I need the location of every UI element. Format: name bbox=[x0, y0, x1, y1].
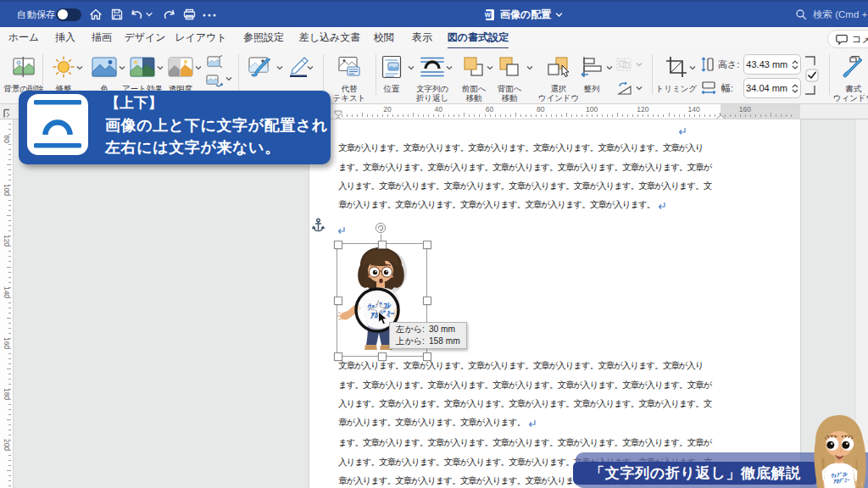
save-icon[interactable] bbox=[109, 7, 125, 22]
width-stepper[interactable] bbox=[789, 79, 800, 97]
change-picture-chevron-icon[interactable] bbox=[225, 76, 232, 81]
selection-handle[interactable] bbox=[334, 241, 342, 249]
ruler-tick bbox=[8, 302, 11, 303]
autosave-toggle[interactable] bbox=[56, 2, 81, 27]
more-icon[interactable] bbox=[202, 13, 217, 28]
bring-forward-chevron-icon[interactable] bbox=[487, 65, 493, 70]
ruler-tick bbox=[776, 114, 776, 117]
group-button[interactable] bbox=[615, 57, 632, 75]
color-chevron-icon[interactable] bbox=[119, 65, 125, 70]
align-chevron-icon[interactable] bbox=[606, 65, 613, 70]
bring-forward-button[interactable]: 前面へ 移動 bbox=[458, 52, 490, 103]
search-bar[interactable]: 検索 (Cmd + bbox=[795, 2, 867, 27]
crop-button[interactable]: トリミング bbox=[657, 52, 696, 93]
transparency-button[interactable]: 透明度 bbox=[166, 52, 195, 93]
wrap-text-button[interactable]: 文字列の 折り返し bbox=[414, 52, 451, 103]
text-run: ます。文章が入ります。文章が入ります。文章が入ります。文章が入ります。文章が入り… bbox=[338, 162, 711, 174]
ribbon-separator bbox=[652, 54, 653, 95]
selection-handle[interactable] bbox=[423, 297, 431, 305]
selection-handle[interactable] bbox=[334, 352, 342, 361]
rotate-button[interactable] bbox=[615, 80, 634, 99]
ruler-tick bbox=[372, 114, 373, 117]
align-button[interactable]: 整列 bbox=[578, 52, 605, 93]
selection-pane-button[interactable]: 選択 ウインドウ bbox=[536, 52, 581, 103]
ruler-tick bbox=[704, 114, 705, 117]
comment-button[interactable]: コメント bbox=[827, 30, 868, 48]
position-label: 位置 bbox=[384, 84, 400, 93]
position-button[interactable]: 位置 bbox=[379, 52, 404, 93]
group-chevron-icon[interactable] bbox=[636, 62, 643, 67]
crop-chevron-icon[interactable] bbox=[689, 65, 696, 70]
picture-styles-button[interactable] bbox=[247, 52, 275, 82]
selection-handle[interactable] bbox=[423, 352, 431, 361]
comment-icon bbox=[836, 34, 848, 45]
transparency-chevron-icon[interactable] bbox=[195, 65, 202, 70]
selection-handle[interactable] bbox=[378, 241, 387, 249]
ruler-tick bbox=[8, 379, 11, 380]
ruler-tick bbox=[7, 164, 11, 165]
alt-text-button[interactable]: 代替 テキスト bbox=[331, 52, 368, 103]
tab-描画[interactable]: 描画 bbox=[92, 27, 112, 47]
remove-background-button[interactable]: 背景の削除 bbox=[7, 52, 41, 93]
vertical-ruler[interactable]: 80100120140160180200 bbox=[0, 119, 14, 488]
picture-styles-chevron-icon[interactable] bbox=[276, 65, 283, 70]
picture-border-chevron-icon[interactable] bbox=[307, 65, 314, 70]
tab-参照設定[interactable]: 参照設定 bbox=[243, 27, 284, 47]
artistic-effects-icon bbox=[130, 52, 155, 82]
color-button[interactable]: 色 bbox=[90, 52, 119, 93]
height-stepper[interactable] bbox=[789, 55, 800, 74]
tab-挿入[interactable]: 挿入 bbox=[55, 27, 75, 47]
format-pane-button[interactable]: 書式 ウィンドウ bbox=[835, 52, 868, 103]
document-title[interactable]: 画像の配置 bbox=[500, 8, 551, 22]
corrections-chevron-icon[interactable] bbox=[76, 65, 83, 70]
selection-handle[interactable] bbox=[378, 352, 387, 361]
ruler-tick bbox=[433, 114, 434, 117]
width-input[interactable]: 34.04 mm bbox=[743, 78, 801, 98]
artistic-effects-chevron-icon[interactable] bbox=[157, 65, 164, 70]
tab-図の書式設定[interactable]: 図の書式設定 bbox=[448, 27, 509, 49]
paragraph-1[interactable]: 文章が入ります。文章が入ります。文章が入ります。文章が入ります。文章が入ります。… bbox=[338, 139, 711, 215]
ruler-tick bbox=[8, 348, 11, 349]
ruler-tick bbox=[689, 114, 690, 117]
ruler-tick bbox=[536, 114, 537, 117]
ruler-tick bbox=[423, 114, 424, 117]
compress-picture-button[interactable] bbox=[206, 55, 223, 72]
ruler-tick bbox=[357, 114, 358, 117]
send-backward-button[interactable]: 背面へ 移動 bbox=[493, 52, 526, 103]
paragraph-2[interactable]: 文章が入ります。文章が入ります。文章が入ります。文章が入ります。文章が入ります。… bbox=[338, 357, 711, 433]
aspect-lock-checkbox[interactable] bbox=[805, 69, 819, 86]
position-icon bbox=[381, 52, 402, 82]
corrections-button[interactable]: 修整 bbox=[49, 52, 78, 93]
tab-デザイン[interactable]: デザイン bbox=[124, 27, 165, 47]
wrap-text-chevron-icon[interactable] bbox=[446, 65, 453, 70]
undo-icon[interactable] bbox=[129, 7, 144, 22]
text-run: 入ります。文章が入ります。文章が入ります。文章が入ります。文章が入ります。文章が… bbox=[338, 398, 711, 410]
change-picture-button[interactable] bbox=[206, 74, 223, 91]
tab-校閲[interactable]: 校閲 bbox=[374, 27, 394, 47]
selection-handle[interactable] bbox=[334, 297, 342, 305]
send-backward-chevron-icon[interactable] bbox=[526, 65, 533, 70]
redo-icon[interactable] bbox=[161, 7, 176, 22]
ruler-tick bbox=[520, 114, 521, 117]
search-icon bbox=[795, 8, 807, 20]
position-tooltip: 左から:30 mm 上から:158 mm bbox=[389, 322, 467, 349]
mouse-cursor-icon bbox=[377, 311, 388, 329]
ruler-tick bbox=[587, 114, 587, 117]
height-input[interactable]: 43.43 mm bbox=[743, 54, 801, 75]
rotate-chevron-icon[interactable] bbox=[636, 86, 643, 91]
ruler-tick bbox=[413, 113, 414, 117]
selection-handle[interactable] bbox=[423, 241, 431, 249]
tab-差し込み文書[interactable]: 差し込み文書 bbox=[299, 27, 361, 47]
tab-ホーム[interactable]: ホーム bbox=[8, 27, 40, 47]
tab-レイアウト[interactable]: レイアウト bbox=[175, 27, 226, 47]
home-icon[interactable] bbox=[88, 7, 103, 22]
title-chevron-icon[interactable] bbox=[555, 12, 563, 18]
print-icon[interactable] bbox=[181, 7, 197, 22]
tutorial-callout: 【上下】 画像の上と下に文字が配置され 左右には文字が来ない。 bbox=[19, 91, 331, 164]
ruler-tick bbox=[387, 114, 388, 117]
tab-表示[interactable]: 表示 bbox=[412, 27, 432, 47]
undo-chevron-icon[interactable] bbox=[146, 12, 161, 27]
artistic-effects-button[interactable]: アート効果 bbox=[128, 52, 157, 93]
height-value[interactable]: 43.43 mm bbox=[744, 59, 789, 69]
width-value[interactable]: 34.04 mm bbox=[744, 83, 789, 93]
